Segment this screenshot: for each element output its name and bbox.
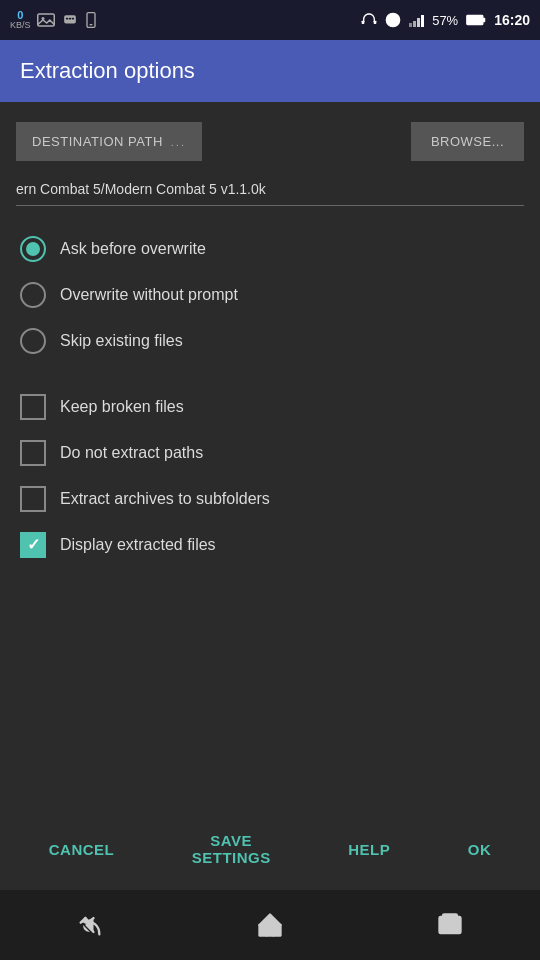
header: Extraction options — [0, 40, 540, 102]
checkbox-no-paths[interactable]: Do not extract paths — [16, 430, 524, 476]
recents-icon — [436, 911, 464, 939]
navigation-bar — [0, 890, 540, 960]
home-icon — [256, 911, 284, 939]
radio-options-section: Ask before overwrite Overwrite without p… — [16, 226, 524, 364]
svg-rect-4 — [68, 18, 70, 20]
status-bar: 0 KB/S — [0, 0, 540, 40]
image-icon — [37, 13, 55, 27]
checkbox-options-section: Keep broken files Do not extract paths E… — [16, 384, 524, 568]
radio-ask-overwrite-indicator — [20, 236, 46, 262]
bbm-icon — [61, 13, 79, 27]
checkbox-extract-subfolders[interactable]: Extract archives to subfolders — [16, 476, 524, 522]
time-display: 16:20 — [494, 12, 530, 28]
svg-rect-16 — [468, 16, 480, 24]
home-nav-button[interactable] — [240, 895, 300, 955]
target-icon — [385, 12, 401, 28]
checkbox-keep-broken-label: Keep broken files — [60, 398, 184, 416]
radio-ask-overwrite[interactable]: Ask before overwrite — [16, 226, 524, 272]
settings-label: SETTINGS — [192, 849, 271, 866]
checkbox-display-extracted[interactable]: ✓ Display extracted files — [16, 522, 524, 568]
radio-skip-existing-indicator — [20, 328, 46, 354]
svg-rect-0 — [37, 14, 54, 26]
radio-skip-existing-label: Skip existing files — [60, 332, 183, 350]
svg-rect-5 — [71, 18, 73, 20]
svg-rect-18 — [443, 915, 457, 931]
svg-rect-3 — [65, 18, 67, 20]
status-data: 0 KB/S — [10, 10, 31, 30]
cancel-button[interactable]: CANCEL — [33, 828, 131, 870]
checkbox-extract-subfolders-indicator — [20, 486, 46, 512]
checkbox-keep-broken[interactable]: Keep broken files — [16, 384, 524, 430]
battery-icon — [466, 14, 486, 26]
radio-skip-existing[interactable]: Skip existing files — [16, 318, 524, 364]
back-nav-button[interactable] — [60, 895, 120, 955]
path-display: ern Combat 5/Modern Combat 5 v1.1.0k — [16, 173, 524, 206]
battery-percent: 57% — [432, 13, 458, 28]
browse-button[interactable]: BROWSE... — [411, 122, 524, 161]
svg-rect-15 — [483, 18, 485, 23]
radio-overwrite-no-prompt-indicator — [20, 282, 46, 308]
checkbox-extract-subfolders-label: Extract archives to subfolders — [60, 490, 270, 508]
page-title: Extraction options — [20, 58, 520, 84]
back-icon — [76, 911, 104, 939]
svg-rect-8 — [362, 21, 365, 24]
status-left: 0 KB/S — [10, 10, 97, 30]
checkbox-no-paths-label: Do not extract paths — [60, 444, 203, 462]
radio-overwrite-no-prompt-label: Overwrite without prompt — [60, 286, 238, 304]
help-button[interactable]: HELP — [332, 828, 406, 870]
destination-path-row: DESTINATION PATH ... BROWSE... — [16, 122, 524, 161]
dest-path-label: DESTINATION PATH — [32, 134, 163, 149]
svg-rect-9 — [374, 21, 377, 24]
radio-ask-overwrite-fill — [26, 242, 40, 256]
destination-path-button[interactable]: DESTINATION PATH ... — [16, 122, 202, 161]
checkbox-display-extracted-indicator: ✓ — [20, 532, 46, 558]
content-area: DESTINATION PATH ... BROWSE... ern Comba… — [0, 102, 540, 608]
ok-button[interactable]: OK — [452, 828, 508, 870]
radio-overwrite-no-prompt[interactable]: Overwrite without prompt — [16, 272, 524, 318]
headset-icon — [361, 12, 377, 28]
action-bar: CANCEL SAVE SETTINGS HELP OK — [0, 808, 540, 890]
save-settings-button[interactable]: SAVE SETTINGS — [176, 828, 287, 870]
status-right: 57% 16:20 — [361, 12, 530, 28]
radio-ask-overwrite-label: Ask before overwrite — [60, 240, 206, 258]
checkbox-no-paths-indicator — [20, 440, 46, 466]
save-label: SAVE — [210, 832, 252, 849]
checkmark-icon: ✓ — [27, 537, 40, 553]
svg-point-11 — [390, 17, 397, 24]
dest-path-dots: ... — [171, 136, 186, 148]
data-unit: KB/S — [10, 21, 31, 30]
checkbox-display-extracted-label: Display extracted files — [60, 536, 216, 554]
signal-icon — [409, 13, 424, 27]
checkbox-keep-broken-indicator — [20, 394, 46, 420]
recents-nav-button[interactable] — [420, 895, 480, 955]
mobile-icon — [85, 12, 97, 28]
